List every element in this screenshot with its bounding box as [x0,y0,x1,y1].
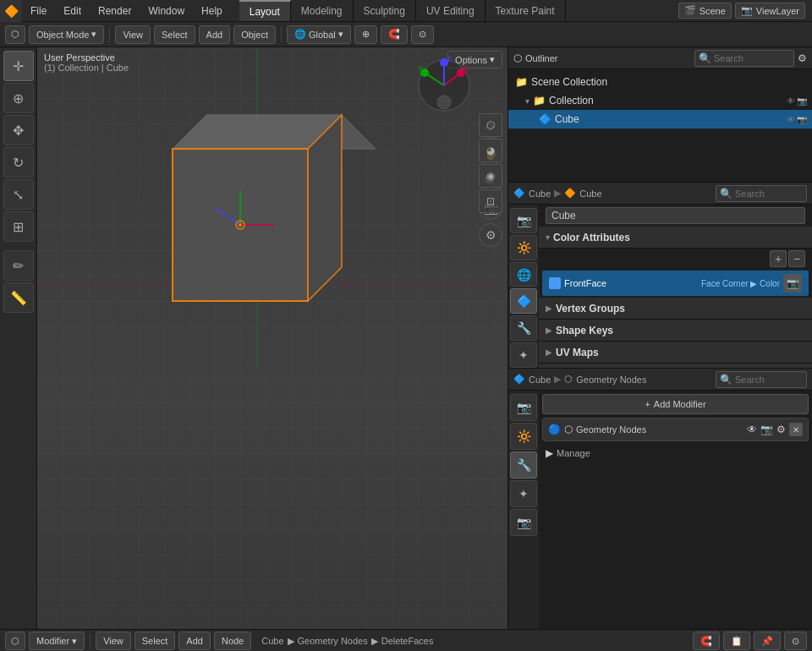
cube-eye-icon[interactable]: 👁 [787,115,795,124]
properties-content-lower: + Add Modifier 🔵 ⬡ Geometry Nodes 👁 📷 ⚙ … [539,391,812,629]
menu-file[interactable]: File [22,0,55,21]
color-attributes-header[interactable]: ▾ Color Attributes [539,227,812,249]
viewlayer-selector[interactable]: 📷 ViewLayer [735,3,805,19]
shape-keys-header[interactable]: ▶ Shape Keys [539,320,812,342]
wireframe-shading-btn[interactable]: ⊡ [479,189,502,213]
tool-move[interactable]: ✥ [3,115,34,145]
properties-lower-search-input[interactable] [735,375,803,385]
camera-vis-icon[interactable]: 📷 [797,96,807,106]
node-zoom-btn[interactable]: ⊙ [784,632,807,650]
prop-tab-scene[interactable]: 🔆 [510,235,537,260]
collection-expand-arrow[interactable]: ▾ [525,96,529,106]
node-snap-btn[interactable]: 🧲 [693,632,720,650]
add-btn[interactable]: Add [199,25,231,44]
lower-tab-2[interactable]: 🔆 [510,423,537,450]
select-btn[interactable]: Select [154,25,195,44]
object-name-input[interactable] [546,207,805,224]
add-modifier-button[interactable]: + Add Modifier [542,394,809,414]
color-attr-camera-icon[interactable]: 📷 [783,274,802,293]
scene-icon: 🎬 [684,5,696,16]
prop-tab-modifier[interactable]: 🔧 [510,315,537,341]
viewport-icon-btn[interactable]: ⬡ [5,25,25,44]
node-editor-icon[interactable]: ⬡ [5,632,25,650]
menu-edit[interactable]: Edit [55,0,90,21]
node-view-btn[interactable]: View [96,632,131,650]
manage-row[interactable]: ▶ Manage [539,445,812,462]
properties-search[interactable]: 🔍 [716,185,807,202]
vertex-groups-header[interactable]: ▶ Vertex Groups [539,298,812,320]
node-modifier-btn[interactable]: Modifier ▾ [29,632,85,650]
cube-icon: 🔷 [539,113,551,125]
outliner-cube[interactable]: 🔷 Cube 👁 📷 [508,110,812,129]
menu-help[interactable]: Help [193,0,231,21]
object-mode-btn[interactable]: Object Mode ▾ [29,25,104,44]
outliner-filter-icon[interactable]: ⚙ [798,52,807,64]
modifier-render-icon[interactable]: 📷 [760,424,773,435]
node-pin-btn[interactable]: 📌 [754,632,781,650]
tab-texture-paint[interactable]: Texture Paint [486,0,566,21]
solid-shading-btn[interactable]: ⬡ [479,113,502,137]
bc-node-sep2: ▶ [371,636,378,647]
proportional-btn[interactable]: ⊙ [411,25,434,44]
prop-tab-render[interactable]: 📷 [510,208,537,233]
properties-lower: 🔷 Cube ▶ ⬡ Geometry Nodes 🔍 📷 🔆 🔧 ✦ [508,369,812,629]
modifier-header[interactable]: 🔵 ⬡ Geometry Nodes 👁 📷 ⚙ ✕ [543,418,808,440]
tool-cursor[interactable]: ⊕ [3,83,34,113]
eye-icon[interactable]: 👁 [787,96,795,106]
lock-btn[interactable]: ⚙ [479,223,502,247]
modifier-more-icon[interactable]: ⚙ [776,424,786,435]
bc-sep: ▶ [554,188,561,199]
menu-window[interactable]: Window [140,0,193,21]
viewport-3d[interactable]: User Perspective (1) Collection | Cube O… [37,47,508,629]
properties-tabs-upper: 📷 🔆 🌐 🔷 🔧 ✦ [508,205,539,368]
menu-render[interactable]: Render [90,0,140,21]
remove-color-attr-btn[interactable]: − [788,250,805,267]
tab-uv-editing[interactable]: UV Editing [416,0,486,21]
tool-measure[interactable]: 📏 [3,282,34,313]
prop-tab-object[interactable]: 🔷 [510,288,537,314]
snap-btn[interactable]: 🧲 [381,25,408,44]
node-add-btn[interactable]: Add [178,632,211,650]
transform-btn[interactable]: 🌐 Global ▾ [287,25,351,44]
rendered-shading-btn[interactable]: ◕ [479,139,502,162]
view-btn[interactable]: View [115,25,151,44]
tab-layout[interactable]: Layout [239,0,291,21]
modifier-vis-icon[interactable]: 👁 [747,424,757,435]
material-shading-btn[interactable]: ◉ [479,164,502,188]
tool-scale[interactable]: ⤡ [3,179,34,210]
prop-tab-particles[interactable]: ✦ [510,342,537,368]
uv-maps-header[interactable]: ▶ UV Maps [539,342,812,364]
outliner-search[interactable]: 🔍 [694,50,794,67]
lower-tab-1[interactable]: 📷 [510,394,537,421]
object-btn[interactable]: Object [233,25,276,44]
lower-tab-modifier[interactable]: 🔧 [510,451,537,479]
modifier-close-btn[interactable]: ✕ [789,423,803,436]
outliner-scene-collection[interactable]: 📁 Scene Collection [508,73,812,91]
node-select-btn[interactable]: Select [134,632,176,650]
attributes-header[interactable]: ▶ Attributes [539,364,812,368]
tool-transform[interactable]: ⊞ [3,211,34,242]
tab-sculpting[interactable]: Sculpting [354,0,416,21]
outliner-collection[interactable]: ▾ 📁 Collection 👁 📷 [508,91,812,110]
tab-modeling[interactable]: Modeling [291,0,354,21]
cube-camera-icon[interactable]: 📷 [797,115,807,124]
tool-select[interactable]: ✛ [3,51,34,81]
node-node-btn[interactable]: Node [214,632,251,650]
prop-tab-world[interactable]: 🌐 [510,262,537,287]
tool-annotate[interactable]: ✏ [3,250,34,281]
tool-rotate[interactable]: ↻ [3,147,34,178]
outliner-search-input[interactable] [714,53,790,63]
properties-search-input[interactable] [735,189,803,199]
scene-selector[interactable]: 🎬 Scene [678,3,732,19]
bc-geo-icon: 🔶 [564,188,576,199]
node-copy-btn[interactable]: 📋 [723,632,750,650]
properties-lower-search[interactable]: 🔍 [716,371,807,388]
axis-gizmo[interactable]: X Y Z [414,56,474,115]
pivot-btn[interactable]: ⊕ [354,25,377,44]
viewlayer-name: ViewLayer [756,6,799,16]
main-layout: ✛ ⊕ ✥ ↻ ⤡ ⊞ ✏ 📏 [0,47,812,629]
add-color-attr-btn[interactable]: + [770,250,787,267]
lower-tab-4[interactable]: ✦ [510,480,537,507]
lower-tab-5[interactable]: 📷 [510,509,537,536]
color-attr-frontface[interactable]: FrontFace Face Corner ▶ Color 📷 [542,271,809,296]
